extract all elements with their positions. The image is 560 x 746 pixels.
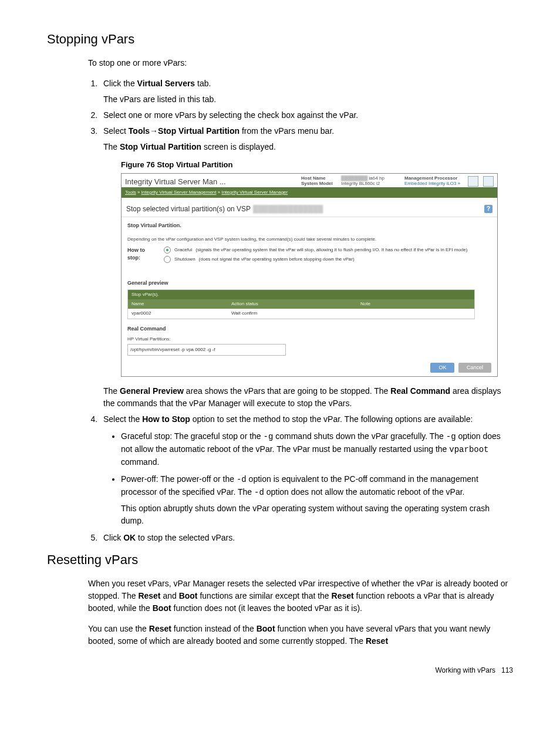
ss-sysmodel-lbl: System Model <box>301 181 336 187</box>
breadcrumb-ivsm2[interactable]: Integrity Virtual Server Manager <box>221 190 288 195</box>
r2b: Reset <box>149 624 171 633</box>
breadcrumb-ivsm[interactable]: Integrity Virtual Server Management <box>141 190 217 195</box>
ss-panel-desc: Depending on the vPar configuration and … <box>127 236 491 243</box>
step1-text-a: Click the <box>103 79 137 88</box>
b1c1: -g <box>264 432 274 441</box>
b1b: command shuts down the vPar gracefully. … <box>273 431 446 441</box>
b2c1: -d <box>237 475 247 484</box>
pf-b: General Preview <box>120 386 184 396</box>
ss-body: Stop Virtual Partition. Depending on the… <box>122 217 497 359</box>
b1d: command. <box>121 457 159 467</box>
step-1: Click the Virtual Servers tab. The vPars… <box>100 77 513 106</box>
breadcrumb-tools[interactable]: Tools <box>125 190 136 195</box>
intro-text: To stop one or more vPars: <box>88 57 513 69</box>
pf-c: area shows the vPars that are going to b… <box>184 386 390 396</box>
b2c2: -d <box>254 488 264 497</box>
pf-d: Real Command <box>390 386 450 396</box>
s5c: to stop the selected vPars. <box>136 533 235 542</box>
footer-page: 113 <box>501 666 513 674</box>
r1i: function does not (it leaves the booted … <box>171 603 362 613</box>
step-2: Select one or more vPars by selecting th… <box>100 109 513 121</box>
layout-icon[interactable] <box>468 176 478 187</box>
s4-b: How to Stop <box>142 414 190 424</box>
footer-text: Working with vPars <box>435 666 495 674</box>
opt-graceful-name: Graceful <box>174 247 192 254</box>
ss-table-header: Name Action status Note <box>128 299 474 309</box>
r1f: Reset <box>332 591 354 600</box>
opt-shutdown-name: Shutdown <box>174 256 195 263</box>
ss-realcmd-sub: HP Virtual Partitions: <box>127 336 491 343</box>
step3-sub-a: The <box>103 142 120 151</box>
bullet-poweroff: Power-off: The power-off or the -d optio… <box>121 473 513 527</box>
step3-d: from the vPars menu bar. <box>239 126 334 136</box>
s5a: Click <box>103 533 123 542</box>
ok-button[interactable]: OK <box>430 363 454 373</box>
screenshot-figure: Integrity Virtual Server Man ... Host Na… <box>121 173 498 377</box>
ss-app-title: Integrity Virtual Server Man ... <box>125 176 226 188</box>
row-name: vpar0002 <box>128 310 231 317</box>
ss-button-row: OK Cancel <box>122 359 497 377</box>
s4-a: Select the <box>103 414 142 424</box>
step3-b: Tools <box>129 126 150 136</box>
r1b: Reset <box>138 591 160 600</box>
ss-topbar: Integrity Virtual Server Man ... Host Na… <box>122 174 497 188</box>
grid-icon[interactable] <box>483 176 494 187</box>
ss-hostname-val: ████████ <box>341 175 367 181</box>
step3-sub-c: screen is displayed. <box>201 142 276 151</box>
col-note: Note <box>360 301 474 308</box>
bullet-graceful: Graceful stop: The graceful stop or the … <box>121 430 513 468</box>
step3-sub-b: Stop Virtual Partition <box>120 142 201 151</box>
r1e: functions are similar except that the <box>198 591 332 600</box>
r2d: Boot <box>257 624 275 633</box>
ss-subtitle: Stop selected virtual partition(s) on VS… <box>126 204 251 214</box>
b2a: Power-off: The power-off or the <box>121 474 237 484</box>
step1-text-c: tab. <box>195 79 211 88</box>
b2sub: This option abruptly shuts down the vPar… <box>121 502 513 527</box>
page-footer: Working with vPars 113 <box>47 665 513 676</box>
b2c: option does not allow the automatic rebo… <box>264 487 465 497</box>
step-4: Select the How to Stop option to set the… <box>100 413 513 527</box>
step-5: Click OK to stop the selected vPars. <box>100 532 513 544</box>
step-3: Select Tools→Stop Virtual Partition from… <box>100 125 513 410</box>
b1c2: -g <box>446 432 456 441</box>
r2c: function instead of the <box>171 624 257 633</box>
ss-how-label: How to stop: <box>127 247 159 262</box>
b1c3: vparboot <box>449 445 488 454</box>
cancel-button[interactable]: Cancel <box>458 363 491 373</box>
pf-a: The <box>103 386 120 396</box>
post-figure-text: The General Preview area shows the vPars… <box>103 385 513 410</box>
resetting-p1: When you reset vPars, vPar Manager reset… <box>88 578 513 615</box>
col-name: Name <box>128 301 231 308</box>
radio-graceful[interactable] <box>164 247 171 254</box>
ss-breadcrumb: Tools » Integrity Virtual Server Managem… <box>122 187 497 198</box>
opt-graceful-desc: (signals the vPar operating system that … <box>195 247 467 254</box>
r2f: Reset <box>366 636 388 646</box>
ss-realcmd-title: Real Command <box>127 325 491 333</box>
section-heading-resetting: Resetting vPars <box>47 550 513 569</box>
step3-arrow: → <box>150 126 158 136</box>
step3-a: Select <box>103 126 129 136</box>
steps-list: Click the Virtual Servers tab. The vPars… <box>100 77 513 544</box>
ss-realcmd-box[interactable]: /opt/hpvm/bin/vparreset -p vpa 0002 -g -… <box>127 344 286 356</box>
table-row: vpar0002 Wait confirm <box>128 309 474 319</box>
r1c: and <box>161 591 179 600</box>
ss-mgmt-val[interactable]: Embedded Integrity iLO3 » <box>404 181 460 186</box>
ss-panel-title: Stop Virtual Partition. <box>127 222 491 230</box>
step1-bold: Virtual Servers <box>137 79 195 88</box>
s4-c: option to set the method to stop the vPa… <box>190 414 473 424</box>
opt-shutdown-desc: (does not signal the vPar operating syst… <box>199 256 355 263</box>
col-action: Action status <box>231 301 360 308</box>
s5b: OK <box>123 533 136 542</box>
step3-c: Stop Virtual Partition <box>158 126 239 136</box>
ss-subtitle-host: ██████████████ <box>253 204 323 214</box>
r1h: Boot <box>153 603 171 613</box>
ss-subtitle-row: Stop selected virtual partition(s) on VS… <box>122 198 497 217</box>
resetting-p2: You can use the Reset function instead o… <box>88 623 513 647</box>
ss-preview-title: General preview <box>127 279 491 288</box>
r2a: You can use the <box>88 624 149 633</box>
help-icon[interactable]: ? <box>484 205 492 213</box>
section-heading-stopping: Stopping vPars <box>47 29 513 49</box>
b1a: Graceful stop: The graceful stop or the <box>121 431 264 441</box>
radio-shutdown[interactable] <box>164 256 171 263</box>
step3-sub: The Stop Virtual Partition screen is dis… <box>103 141 513 153</box>
